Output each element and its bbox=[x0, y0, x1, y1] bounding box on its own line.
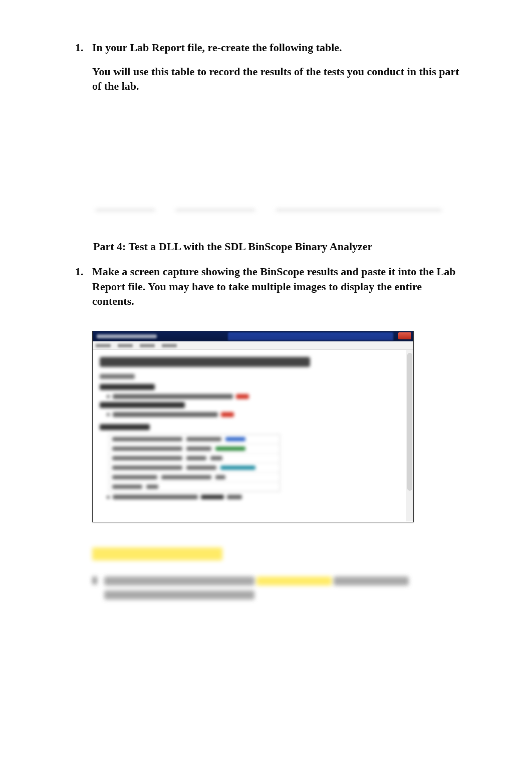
report-subtitle-blur bbox=[100, 374, 135, 379]
window-title-blur bbox=[97, 334, 157, 338]
report-bullet bbox=[107, 394, 408, 399]
instruction-text: Make a screen capture showing the BinSco… bbox=[92, 264, 462, 309]
blurred-table-row bbox=[95, 201, 442, 219]
instruction-text: You will use this table to record the re… bbox=[92, 64, 462, 94]
vertical-scrollbar[interactable] bbox=[406, 350, 413, 522]
report-section-heading-blur bbox=[100, 384, 155, 390]
list-number: 1. bbox=[75, 40, 92, 55]
ordered-list-item: 1. Make a screen capture showing the Bin… bbox=[75, 264, 462, 318]
window-tab-blur bbox=[228, 332, 393, 340]
window-titlebar bbox=[93, 331, 413, 341]
list-body: In your Lab Report file, re-create the f… bbox=[92, 40, 462, 103]
menu-item-blur bbox=[140, 344, 155, 347]
menu-item-blur bbox=[118, 344, 133, 347]
report-detail-table-blur bbox=[109, 434, 280, 492]
ordered-list-item: 1. In your Lab Report file, re-create th… bbox=[75, 40, 462, 103]
report-section-heading-blur bbox=[100, 424, 150, 430]
menu-item-blur bbox=[162, 344, 177, 347]
list-number: 1. bbox=[75, 264, 92, 279]
list-number-blur bbox=[92, 576, 97, 584]
close-icon[interactable] bbox=[398, 332, 411, 339]
blurred-next-section bbox=[92, 547, 413, 605]
document-page: 1. In your Lab Report file, re-create th… bbox=[0, 0, 532, 780]
scrollbar-thumb[interactable] bbox=[407, 353, 412, 490]
report-footer-line-blur bbox=[107, 495, 408, 499]
report-section-heading-blur bbox=[100, 402, 185, 408]
section-heading: Part 4: Test a DLL with the SDL BinScope… bbox=[93, 240, 462, 253]
report-bullet bbox=[107, 412, 408, 417]
binscope-screenshot-window bbox=[92, 331, 414, 522]
window-menubar bbox=[93, 341, 413, 350]
window-content bbox=[93, 350, 413, 522]
list-body: Make a screen capture showing the BinSco… bbox=[92, 264, 462, 318]
spacer bbox=[75, 151, 462, 186]
highlighted-heading-blur bbox=[92, 547, 222, 560]
menu-item-blur bbox=[96, 344, 111, 347]
blurred-list-item bbox=[92, 576, 413, 605]
report-title-blur bbox=[100, 357, 310, 367]
spacer bbox=[75, 116, 462, 151]
highlight-span-blur bbox=[256, 576, 332, 586]
instruction-text: In your Lab Report file, re-create the f… bbox=[92, 40, 462, 55]
